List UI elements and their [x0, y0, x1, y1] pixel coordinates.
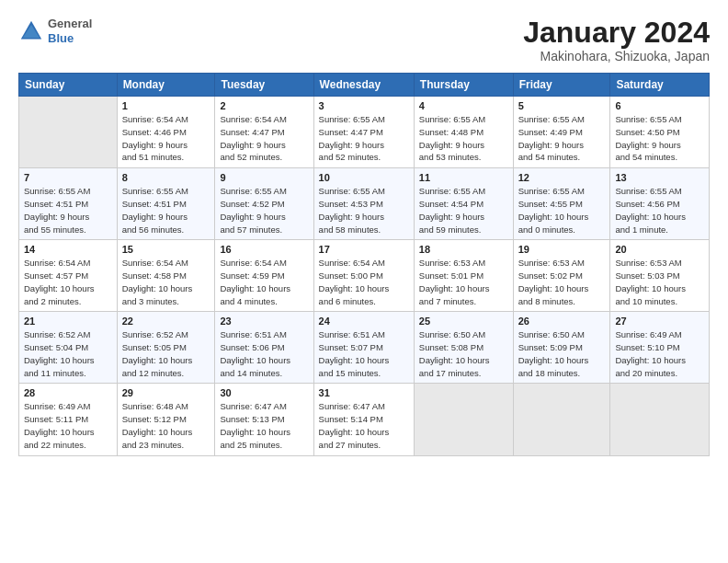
- calendar-cell: [19, 97, 118, 168]
- day-number: 25: [419, 316, 508, 327]
- calendar-table: SundayMondayTuesdayWednesdayThursdayFrid…: [18, 73, 710, 455]
- calendar-cell: 17Sunrise: 6:54 AM Sunset: 5:00 PM Dayli…: [313, 240, 414, 312]
- day-number: 1: [122, 100, 210, 111]
- day-info: Sunrise: 6:55 AM Sunset: 4:53 PM Dayligh…: [319, 185, 409, 236]
- day-number: 17: [319, 244, 409, 255]
- calendar-cell: 2Sunrise: 6:54 AM Sunset: 4:47 PM Daylig…: [215, 97, 313, 168]
- day-number: 26: [518, 316, 606, 327]
- day-info: Sunrise: 6:49 AM Sunset: 5:10 PM Dayligh…: [615, 328, 704, 379]
- calendar-cell: 1Sunrise: 6:54 AM Sunset: 4:46 PM Daylig…: [117, 97, 215, 168]
- day-number: 18: [419, 244, 508, 255]
- day-info: Sunrise: 6:54 AM Sunset: 4:58 PM Dayligh…: [122, 257, 210, 307]
- day-info: Sunrise: 6:55 AM Sunset: 4:50 PM Dayligh…: [615, 113, 704, 164]
- day-info: Sunrise: 6:54 AM Sunset: 4:57 PM Dayligh…: [24, 257, 112, 307]
- day-number: 5: [518, 100, 606, 111]
- calendar-cell: 15Sunrise: 6:54 AM Sunset: 4:58 PM Dayli…: [117, 240, 215, 312]
- calendar-cell: 25Sunrise: 6:50 AM Sunset: 5:08 PM Dayli…: [414, 312, 513, 384]
- day-number: 15: [122, 244, 210, 255]
- calendar-cell: 12Sunrise: 6:55 AM Sunset: 4:55 PM Dayli…: [513, 168, 610, 240]
- day-number: 9: [220, 172, 308, 183]
- calendar-cell: 23Sunrise: 6:51 AM Sunset: 5:06 PM Dayli…: [215, 312, 313, 384]
- calendar-cell: 10Sunrise: 6:55 AM Sunset: 4:53 PM Dayli…: [313, 168, 414, 240]
- calendar-cell: 26Sunrise: 6:50 AM Sunset: 5:09 PM Dayli…: [513, 312, 610, 384]
- calendar-week-row: 21Sunrise: 6:52 AM Sunset: 5:04 PM Dayli…: [19, 312, 710, 384]
- day-info: Sunrise: 6:48 AM Sunset: 5:12 PM Dayligh…: [122, 400, 210, 451]
- day-number: 27: [615, 316, 704, 327]
- day-info: Sunrise: 6:55 AM Sunset: 4:51 PM Dayligh…: [24, 185, 112, 236]
- day-number: 12: [518, 172, 606, 183]
- calendar-cell: 24Sunrise: 6:51 AM Sunset: 5:07 PM Dayli…: [313, 312, 414, 384]
- day-info: Sunrise: 6:53 AM Sunset: 5:02 PM Dayligh…: [518, 257, 606, 307]
- weekday-header: Monday: [117, 74, 215, 97]
- logo: General Blue: [18, 17, 92, 45]
- day-number: 2: [220, 100, 308, 111]
- day-info: Sunrise: 6:50 AM Sunset: 5:09 PM Dayligh…: [518, 328, 606, 379]
- logo-text: General Blue: [48, 17, 92, 45]
- calendar-cell: 31Sunrise: 6:47 AM Sunset: 5:14 PM Dayli…: [313, 384, 414, 455]
- calendar-cell: 8Sunrise: 6:55 AM Sunset: 4:51 PM Daylig…: [117, 168, 215, 240]
- day-number: 6: [615, 100, 704, 111]
- day-info: Sunrise: 6:52 AM Sunset: 5:04 PM Dayligh…: [24, 328, 112, 379]
- calendar-cell: 4Sunrise: 6:55 AM Sunset: 4:48 PM Daylig…: [414, 97, 513, 168]
- calendar-week-row: 1Sunrise: 6:54 AM Sunset: 4:46 PM Daylig…: [19, 97, 710, 168]
- day-info: Sunrise: 6:55 AM Sunset: 4:47 PM Dayligh…: [319, 113, 409, 164]
- day-info: Sunrise: 6:51 AM Sunset: 5:06 PM Dayligh…: [220, 328, 308, 379]
- day-number: 11: [419, 172, 508, 183]
- calendar-cell: 6Sunrise: 6:55 AM Sunset: 4:50 PM Daylig…: [610, 97, 710, 168]
- calendar-cell: 16Sunrise: 6:54 AM Sunset: 4:59 PM Dayli…: [215, 240, 313, 312]
- calendar-week-row: 7Sunrise: 6:55 AM Sunset: 4:51 PM Daylig…: [19, 168, 710, 240]
- day-number: 14: [24, 244, 112, 255]
- day-info: Sunrise: 6:54 AM Sunset: 4:46 PM Dayligh…: [122, 113, 210, 164]
- calendar-cell: [513, 384, 610, 455]
- day-number: 29: [122, 387, 210, 398]
- day-number: 22: [122, 316, 210, 327]
- day-number: 7: [24, 172, 112, 183]
- day-number: 28: [24, 387, 112, 398]
- day-info: Sunrise: 6:47 AM Sunset: 5:14 PM Dayligh…: [319, 400, 409, 451]
- calendar-cell: 22Sunrise: 6:52 AM Sunset: 5:05 PM Dayli…: [117, 312, 215, 384]
- calendar-cell: 14Sunrise: 6:54 AM Sunset: 4:57 PM Dayli…: [19, 240, 118, 312]
- day-info: Sunrise: 6:55 AM Sunset: 4:51 PM Dayligh…: [122, 185, 210, 236]
- weekday-header: Friday: [513, 74, 610, 97]
- day-info: Sunrise: 6:52 AM Sunset: 5:05 PM Dayligh…: [122, 328, 210, 379]
- weekday-header: Wednesday: [313, 74, 414, 97]
- calendar-cell: [414, 384, 513, 455]
- day-info: Sunrise: 6:55 AM Sunset: 4:54 PM Dayligh…: [419, 185, 508, 236]
- day-info: Sunrise: 6:55 AM Sunset: 4:48 PM Dayligh…: [419, 113, 508, 164]
- weekday-header: Tuesday: [215, 74, 313, 97]
- day-info: Sunrise: 6:54 AM Sunset: 4:47 PM Dayligh…: [220, 113, 308, 164]
- day-info: Sunrise: 6:55 AM Sunset: 4:56 PM Dayligh…: [615, 185, 704, 236]
- day-number: 13: [615, 172, 704, 183]
- day-info: Sunrise: 6:55 AM Sunset: 4:55 PM Dayligh…: [518, 185, 606, 236]
- weekday-header: Saturday: [610, 74, 710, 97]
- calendar-cell: 3Sunrise: 6:55 AM Sunset: 4:47 PM Daylig…: [313, 97, 414, 168]
- header-row: SundayMondayTuesdayWednesdayThursdayFrid…: [19, 74, 710, 97]
- logo-line2: Blue: [48, 31, 92, 46]
- main-title: January 2024: [523, 17, 710, 49]
- day-info: Sunrise: 6:53 AM Sunset: 5:01 PM Dayligh…: [419, 257, 508, 307]
- day-number: 10: [319, 172, 409, 183]
- day-number: 30: [220, 387, 308, 398]
- calendar-cell: 29Sunrise: 6:48 AM Sunset: 5:12 PM Dayli…: [117, 384, 215, 455]
- calendar-cell: 13Sunrise: 6:55 AM Sunset: 4:56 PM Dayli…: [610, 168, 710, 240]
- day-info: Sunrise: 6:51 AM Sunset: 5:07 PM Dayligh…: [319, 328, 409, 379]
- calendar-cell: 27Sunrise: 6:49 AM Sunset: 5:10 PM Dayli…: [610, 312, 710, 384]
- day-number: 20: [615, 244, 704, 255]
- calendar-cell: 11Sunrise: 6:55 AM Sunset: 4:54 PM Dayli…: [414, 168, 513, 240]
- calendar-cell: 20Sunrise: 6:53 AM Sunset: 5:03 PM Dayli…: [610, 240, 710, 312]
- day-info: Sunrise: 6:55 AM Sunset: 4:52 PM Dayligh…: [220, 185, 308, 236]
- day-number: 23: [220, 316, 308, 327]
- day-number: 16: [220, 244, 308, 255]
- calendar-cell: 7Sunrise: 6:55 AM Sunset: 4:51 PM Daylig…: [19, 168, 118, 240]
- calendar-cell: 5Sunrise: 6:55 AM Sunset: 4:49 PM Daylig…: [513, 97, 610, 168]
- page: General Blue January 2024 Makinohara, Sh…: [0, 0, 728, 465]
- day-number: 4: [419, 100, 508, 111]
- day-info: Sunrise: 6:54 AM Sunset: 4:59 PM Dayligh…: [220, 257, 308, 307]
- day-info: Sunrise: 6:49 AM Sunset: 5:11 PM Dayligh…: [24, 400, 112, 451]
- day-info: Sunrise: 6:54 AM Sunset: 5:00 PM Dayligh…: [319, 257, 409, 307]
- calendar-body: 1Sunrise: 6:54 AM Sunset: 4:46 PM Daylig…: [19, 97, 710, 455]
- day-number: 31: [319, 387, 409, 398]
- day-info: Sunrise: 6:50 AM Sunset: 5:08 PM Dayligh…: [419, 328, 508, 379]
- day-info: Sunrise: 6:47 AM Sunset: 5:13 PM Dayligh…: [220, 400, 308, 451]
- day-number: 24: [319, 316, 409, 327]
